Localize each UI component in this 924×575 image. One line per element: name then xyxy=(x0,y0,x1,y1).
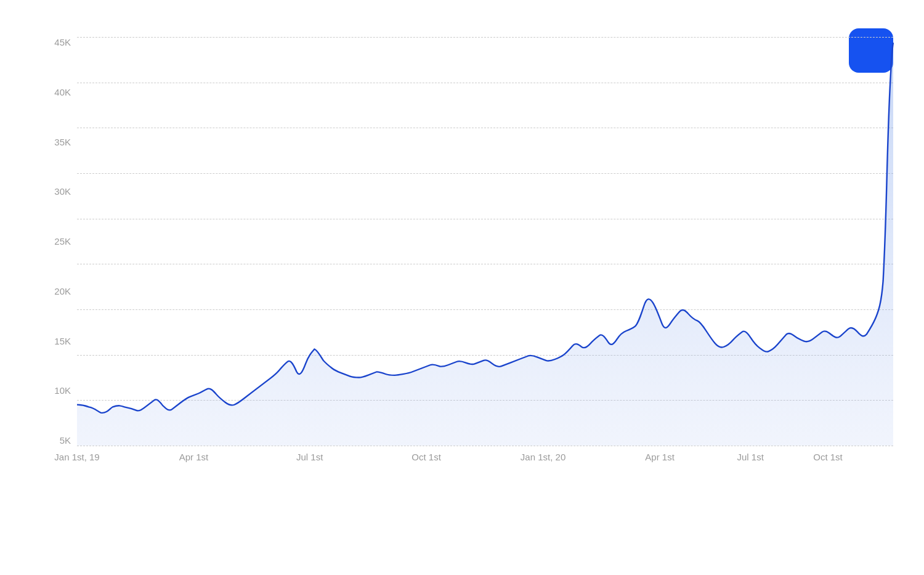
x-axis-label: Jul 1st xyxy=(296,452,323,462)
y-axis-label: 5K xyxy=(43,435,77,446)
chart-area: 5K10K15K20K25K30K35K40K45K xyxy=(43,37,893,476)
chart-svg xyxy=(77,37,893,446)
y-axis-label: 20K xyxy=(43,286,77,296)
x-axis-label: Jan 1st, 20 xyxy=(521,452,565,462)
x-axis-label: Oct 1st xyxy=(411,452,441,462)
x-axis-label: Apr 1st xyxy=(179,452,209,462)
chart-inner xyxy=(77,37,893,446)
x-axis-label: Jan 1st, 19 xyxy=(54,452,99,462)
y-axis-label: 45K xyxy=(43,37,77,47)
x-axis-label: Jul 1st xyxy=(737,452,763,462)
page-container: 5K10K15K20K25K30K35K40K45K xyxy=(0,0,924,575)
y-axis-label: 30K xyxy=(43,186,77,197)
y-axis-label: 25K xyxy=(43,236,77,247)
x-axis-label: Oct 1st xyxy=(813,452,843,462)
y-axis-label: 40K xyxy=(43,87,77,97)
y-axis-label: 15K xyxy=(43,336,77,346)
chart-fill xyxy=(77,43,893,446)
x-axis: Jan 1st, 19Apr 1stJul 1stOct 1stJan 1st,… xyxy=(77,446,893,476)
y-axis-label: 10K xyxy=(43,385,77,396)
y-axis-label: 35K xyxy=(43,137,77,147)
x-axis-label: Apr 1st xyxy=(645,452,675,462)
y-axis: 5K10K15K20K25K30K35K40K45K xyxy=(43,37,77,446)
